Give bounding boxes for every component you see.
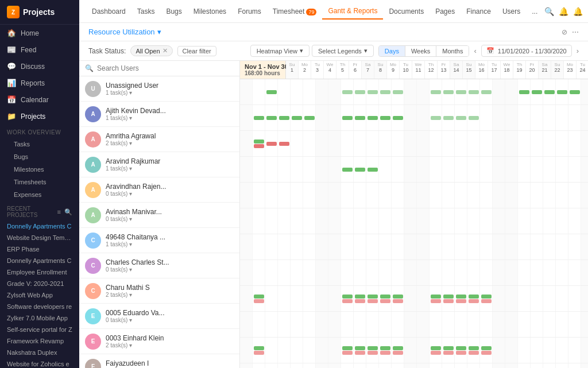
gantt-cell xyxy=(240,260,253,285)
gantt-cell xyxy=(518,79,531,104)
date-range-nav: 📅 11/01/2020 - 11/30/2020 xyxy=(481,45,572,57)
sidebar-work-timesheets[interactable]: Timesheets xyxy=(0,176,79,188)
gantt-cell xyxy=(455,105,467,130)
sidebar-work-milestones[interactable]: Milestones xyxy=(0,163,79,176)
gantt-cell xyxy=(404,157,417,182)
sidebar-work-bugs[interactable]: Bugs xyxy=(0,150,79,163)
gantt-bar-top xyxy=(443,295,454,299)
nav-item-pages[interactable]: Pages xyxy=(430,4,461,19)
nav-item-users[interactable]: Users xyxy=(497,4,526,19)
month-label: Nov 1 - Nov 30 168:00 hours xyxy=(240,61,286,79)
filter-icon[interactable]: ⊘ xyxy=(562,28,567,36)
gantt-cell xyxy=(480,208,493,234)
gantt-cell xyxy=(265,131,278,156)
sidebar-project-item[interactable]: Donnelly Apartments C xyxy=(0,220,79,232)
gantt-cell xyxy=(341,363,354,368)
sidebar-project-item[interactable]: Framework Revamp xyxy=(0,335,79,347)
sidebar-item-home[interactable]: 🏠Home xyxy=(0,25,79,41)
notification-icon[interactable]: 🔔 xyxy=(573,7,583,16)
sidebar-project-item[interactable]: Software developers re xyxy=(0,301,79,312)
gantt-cell xyxy=(253,105,265,130)
nav-item-bugs[interactable]: Bugs xyxy=(160,4,187,19)
close-icon[interactable]: ✕ xyxy=(163,47,168,55)
nav-item-milestones[interactable]: Milestones xyxy=(188,4,232,19)
user-tasks[interactable]: 0 task(s) ▾ xyxy=(106,317,234,323)
heatmap-view-btn[interactable]: Heatmap View ▾ xyxy=(250,45,310,57)
gantt-cell xyxy=(341,131,354,156)
user-tasks[interactable]: 1 task(s) ▾ xyxy=(106,115,234,121)
list-icon[interactable]: ≡ xyxy=(57,208,61,216)
nav-item-dashboard[interactable]: Dashboard xyxy=(86,4,131,19)
gantt-cell xyxy=(328,183,341,208)
nav-item-...[interactable]: ... xyxy=(526,4,543,19)
gantt-bar-bottom xyxy=(456,351,466,355)
more-icon[interactable]: ⋯ xyxy=(572,28,579,36)
sidebar-project-item[interactable]: Employee Enrollment xyxy=(0,266,79,278)
gantt-cell xyxy=(404,312,417,337)
user-tasks[interactable]: 1 task(s) ▾ xyxy=(106,165,234,172)
sidebar-project-item[interactable]: Zylsoft Web App xyxy=(0,289,79,301)
gantt-cell xyxy=(303,79,316,104)
sidebar-item-projects[interactable]: 📁Projects xyxy=(0,108,79,125)
gantt-cell xyxy=(581,338,588,363)
nav-item-timesheet[interactable]: Timesheet79 xyxy=(267,4,323,19)
resource-utilization-btn[interactable]: Resource Utilization ▾ xyxy=(88,28,161,36)
sidebar-project-item[interactable]: Website Design Templ... xyxy=(0,232,79,243)
user-tasks[interactable]: 2 task(s) ▾ xyxy=(106,140,234,146)
prev-arrow[interactable]: ‹ xyxy=(474,47,476,55)
clear-filter-button[interactable]: Clear filter xyxy=(177,46,216,56)
search-input[interactable] xyxy=(97,64,234,72)
search-icon[interactable]: 🔍 xyxy=(544,7,554,16)
gantt-cell xyxy=(379,208,392,234)
sidebar-work-tasks[interactable]: Tasks xyxy=(0,138,79,150)
sidebar-project-item[interactable]: Donnelly Apartments C xyxy=(0,255,79,266)
sidebar-item-calendar[interactable]: 📅Calendar xyxy=(0,91,79,108)
nav-item-finance[interactable]: Finance xyxy=(461,4,497,19)
user-row: U Unassigned User 1 task(s) ▾ xyxy=(79,76,239,102)
bell-icon[interactable]: 🔔 xyxy=(559,7,568,16)
gantt-cell xyxy=(366,208,379,234)
sidebar-project-item[interactable]: Zylker 7.0 Mobile App xyxy=(0,312,79,324)
gantt-cell xyxy=(354,79,366,104)
gantt-cell xyxy=(455,260,467,285)
top-navigation: DashboardTasksBugsMilestonesForumsTimesh… xyxy=(79,0,588,23)
sidebar-work-expenses[interactable]: Expenses xyxy=(0,188,79,201)
sidebar-item-reports[interactable]: 📊Reports xyxy=(0,75,79,91)
weeks-btn[interactable]: Weeks xyxy=(405,46,436,56)
nav-item-forums[interactable]: Forums xyxy=(232,4,267,19)
gantt-cell xyxy=(354,234,366,259)
day-headers: Su1Mo2Tu3We4Th5Fr6Sa7Su8Mo9Tu10We11Th12F… xyxy=(286,61,588,79)
sidebar-project-item[interactable]: Website for Zoholics e xyxy=(0,358,79,368)
nav-item-gantt&reports[interactable]: Gantt & Reports xyxy=(322,3,383,20)
user-name: Faiyazudeen I xyxy=(106,359,234,367)
user-tasks[interactable]: 0 task(s) ▾ xyxy=(106,216,234,222)
sidebar-item-discuss[interactable]: 💬Discuss xyxy=(0,58,79,75)
gantt-cell xyxy=(480,338,493,363)
nav-item-tasks[interactable]: Tasks xyxy=(131,4,161,19)
user-tasks[interactable]: 1 task(s) ▾ xyxy=(106,90,234,96)
user-tasks[interactable]: 2 task(s) ▾ xyxy=(106,292,234,298)
sidebar-project-item[interactable]: Self-service portal for Z xyxy=(0,324,79,335)
months-btn[interactable]: Months xyxy=(436,46,469,56)
next-arrow[interactable]: › xyxy=(577,47,579,55)
gantt-cell xyxy=(278,338,291,363)
sidebar-item-feed[interactable]: 📰Feed xyxy=(0,41,79,58)
user-tasks[interactable]: 0 task(s) ▾ xyxy=(106,191,234,197)
gantt-cell xyxy=(442,286,455,311)
user-info-6: 49648 Chaitanya ... 1 task(s) ▾ xyxy=(106,233,234,247)
user-tasks[interactable]: 2 task(s) ▾ xyxy=(106,342,234,348)
gantt-cell xyxy=(278,79,291,104)
search-icon[interactable]: 🔍 xyxy=(64,208,72,216)
gantt-cell xyxy=(303,286,316,311)
days-btn[interactable]: Days xyxy=(379,46,405,56)
nav-item-documents[interactable]: Documents xyxy=(383,4,430,19)
sidebar-project-item[interactable]: Grade V: 2020-2021 xyxy=(0,278,79,289)
sidebar-project-item[interactable]: ERP Phase xyxy=(0,243,79,255)
sidebar-project-item[interactable]: Nakshatra Duplex xyxy=(0,347,79,358)
gantt-bar xyxy=(304,116,315,120)
user-row: C Charles Charles St... 0 task(s) ▾ xyxy=(79,253,239,278)
user-tasks[interactable]: 0 task(s) ▾ xyxy=(106,266,234,273)
select-legends-btn[interactable]: Select Legends ▾ xyxy=(312,45,374,57)
user-tasks[interactable]: 1 task(s) ▾ xyxy=(106,241,234,247)
gantt-cell xyxy=(581,312,588,337)
